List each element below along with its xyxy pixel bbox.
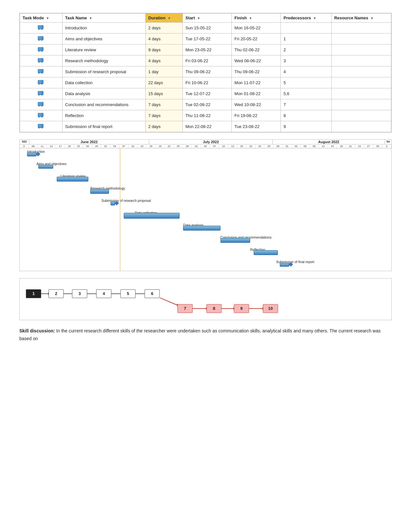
table-row: Introduction2 daysSun 15-05-22Mon 16-05-… — [20, 23, 391, 34]
pred-cell: 8 — [281, 110, 331, 121]
pred-cell: 5 — [281, 77, 331, 88]
svg-point-35 — [41, 116, 43, 117]
gantt-day-cell: 07 — [119, 144, 128, 148]
pred-cell: 7 — [281, 99, 331, 110]
finish-cell: Thu 02-06-22 — [232, 44, 281, 55]
table-row: Research methodology4 daysFri 03-06-22We… — [20, 55, 391, 66]
table-row: Submission of final report2 daysMon 22-0… — [20, 121, 391, 132]
resource-cell — [331, 55, 391, 66]
gantt-day-cell: 29 — [92, 144, 101, 148]
gantt-day-cell: 0 — [382, 144, 391, 148]
table-row: Literature review9 daysMon 23-05-22Thu 0… — [20, 44, 391, 55]
col-header-task-mode: Task Mode ▼ — [20, 14, 63, 23]
duration-cell: 4 days — [146, 34, 183, 44]
svg-point-3 — [41, 28, 43, 30]
start-cell: Sun 15-05-22 — [183, 23, 232, 34]
start-cell: Tue 02-08-22 — [183, 99, 232, 110]
sort-arrow-finish: ▼ — [249, 16, 252, 20]
gantt-day-cell: 03 — [292, 144, 301, 148]
gantt-chart: 022 June 2022 July 2022 August 2022 Se 5… — [19, 139, 392, 271]
sort-arrow-task-name: ▼ — [89, 16, 92, 20]
gantt-task-row: Conclusion and recommendations — [20, 234, 391, 246]
gantt-table: Task Mode ▼ Task Name ▼ Duration ▼ Start… — [19, 13, 392, 133]
duration-cell: 2 days — [146, 121, 183, 132]
gantt-day-cell: 04 — [201, 144, 210, 148]
resource-cell — [331, 110, 391, 121]
gantt-task-row: Research methodology — [20, 185, 391, 197]
task-mode-cell — [20, 55, 63, 66]
gantt-days-row: 5081114172023262901040710131619222528010… — [20, 144, 391, 148]
resource-cell — [331, 23, 391, 34]
svg-point-22 — [38, 83, 40, 84]
duration-cell: 2 days — [146, 23, 183, 34]
month-cell-june: June 2022 — [29, 140, 149, 144]
gantt-task-row: Data collection — [20, 210, 391, 222]
gantt-day-cell: 14 — [47, 144, 56, 148]
net-node-label-4: 4 — [103, 291, 105, 296]
svg-point-6 — [38, 39, 40, 41]
gantt-bar — [280, 263, 289, 267]
task-name-cell: Reflection — [63, 110, 146, 121]
task-name-cell: Literature review — [63, 44, 146, 55]
col-header-task-name: Task Name ▼ — [63, 14, 146, 23]
resource-cell — [331, 99, 391, 110]
duration-cell: 22 days — [146, 77, 183, 88]
task-mode-cell — [20, 34, 63, 44]
gantt-day-cell: 15 — [328, 144, 337, 148]
month-cell-022: 022 — [20, 140, 29, 144]
pred-cell: 3 — [281, 55, 331, 66]
svg-point-26 — [38, 94, 40, 95]
start-cell: Mon 23-05-22 — [183, 44, 232, 55]
pred-cell: 1 — [281, 34, 331, 44]
start-cell: Thu 09-06-22 — [183, 66, 232, 77]
sort-arrow-resource: ▼ — [370, 16, 374, 20]
net-node-label-8: 8 — [213, 306, 215, 311]
finish-cell: Mon 01-08-22 — [232, 88, 281, 99]
table-row: Reflection7 daysThu 11-08-22Fri 19-08-22… — [20, 110, 391, 121]
svg-point-34 — [38, 116, 40, 117]
gantt-day-cell: 09 — [310, 144, 319, 148]
gantt-day-cell: 22 — [165, 144, 174, 148]
network-diagram: 1 2 3 4 5 6 7 8 9 10 — [19, 278, 392, 320]
pred-cell: 5,6 — [281, 88, 331, 99]
task-mode-cell — [20, 110, 63, 121]
table-row: Conclusion and recommendations7 daysTue … — [20, 99, 391, 110]
svg-point-30 — [38, 105, 40, 106]
svg-point-2 — [38, 28, 40, 30]
gantt-day-cell: 27 — [364, 144, 373, 148]
gantt-day-cell: 13 — [138, 144, 147, 148]
gantt-bar — [27, 153, 36, 156]
net-node-label-7: 7 — [184, 306, 186, 311]
net-node-label-2: 2 — [55, 291, 57, 296]
svg-point-27 — [41, 94, 43, 95]
start-cell: Tue 17-05-22 — [183, 34, 232, 44]
gantt-day-cell: 28 — [274, 144, 283, 148]
gantt-day-cell: 19 — [246, 144, 255, 148]
gantt-day-cell: 16 — [237, 144, 246, 148]
gantt-day-cell: 19 — [156, 144, 165, 148]
svg-point-31 — [41, 105, 43, 106]
gantt-day-cell: 20 — [65, 144, 74, 148]
resource-cell — [331, 77, 391, 88]
table-row: Submission of research proposal1 dayThu … — [20, 66, 391, 77]
start-cell: Tue 12-07-22 — [183, 88, 232, 99]
svg-point-14 — [38, 61, 40, 63]
gantt-day-cell: 06 — [301, 144, 310, 148]
gantt-day-cell: 25 — [264, 144, 273, 148]
task-name-cell: Data analysis — [63, 88, 146, 99]
task-mode-icon — [38, 35, 45, 41]
sort-arrow-predecessors: ▼ — [313, 16, 316, 20]
start-cell: Fri 10-06-22 — [183, 77, 232, 88]
svg-point-15 — [41, 61, 43, 63]
finish-cell: Tue 23-08-22 — [232, 121, 281, 132]
task-name-cell: Conclusion and recommendations — [63, 99, 146, 110]
task-mode-cell — [20, 99, 63, 110]
task-mode-icon — [38, 79, 45, 85]
finish-cell: Wed 10-08-22 — [232, 99, 281, 110]
col-header-duration: Duration ▼ — [146, 14, 183, 23]
gantt-day-cell: 22 — [255, 144, 264, 148]
resource-cell — [331, 66, 391, 77]
pred-cell — [281, 23, 331, 34]
gantt-bar — [183, 226, 220, 231]
svg-point-11 — [41, 50, 43, 52]
